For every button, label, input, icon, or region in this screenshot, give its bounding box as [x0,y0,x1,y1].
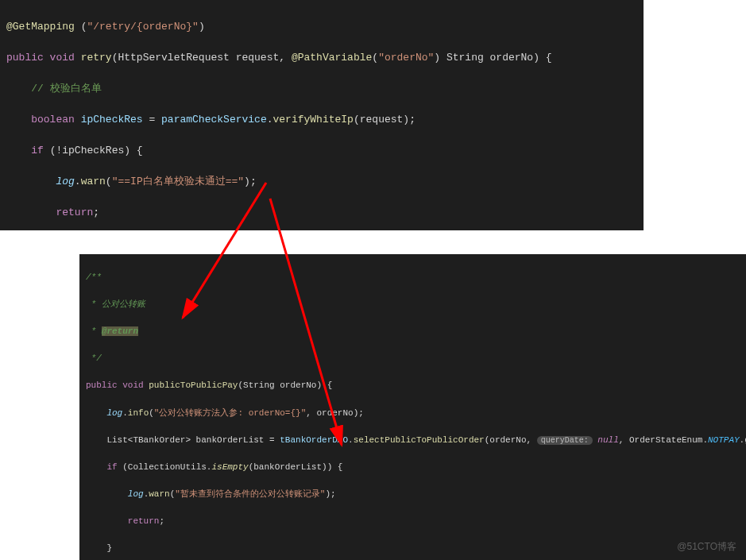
javadoc-line: * @return [86,325,740,338]
javadoc-line: * 公对公转账 [86,298,740,311]
code-line: List<TBankOrder> bankOrderList = tBankOr… [86,434,740,447]
code-line: log.warn("==IP白名单校验未通过=="); [6,174,637,190]
code-line: log.warn("暂未查到符合条件的公对公转账记录"); [86,488,740,501]
code-editor-bottom[interactable]: /** * 公对公转账 * @return */ public void pub… [79,254,746,560]
code-line: if (!ipCheckRes) { [6,143,637,159]
code-line: @GetMapping ("/retry/{orderNo}") [6,19,637,35]
watermark-text: @51CTO博客 [677,540,736,554]
code-line: return; [6,205,637,221]
code-line: boolean ipCheckRes = paramCheckService.v… [6,112,637,128]
code-line: log.info("公对公转账方法入参: orderNo={}", orderN… [86,407,740,420]
code-editor-top[interactable]: @GetMapping ("/retry/{orderNo}") public … [0,0,644,230]
javadoc-line: /** [86,271,740,284]
code-line: public void retry(HttpServletRequest req… [6,50,637,66]
inlay-hint: queryDate: [537,436,593,445]
code-line: } [86,542,740,555]
code-line: if (CollectionUtils.isEmpty(bankOrderLis… [86,461,740,474]
code-line: return; [86,515,740,528]
annotation: @GetMapping [6,21,81,33]
javadoc-line: */ [86,352,740,365]
code-line: // 校验白名单 [6,81,637,97]
code-line: public void publicToPublicPay(String ord… [86,379,740,392]
